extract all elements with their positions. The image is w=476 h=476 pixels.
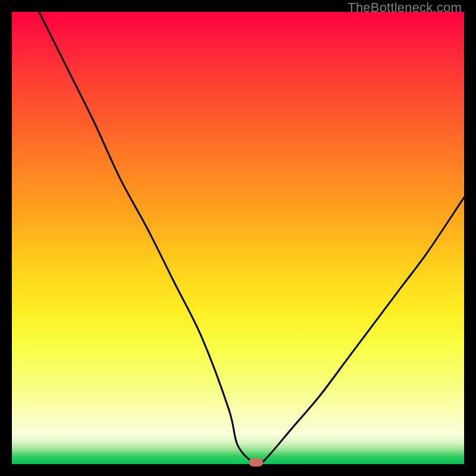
chart-frame: TheBottleneck.com — [0, 0, 476, 476]
curve-path — [39, 12, 464, 465]
plot-area — [12, 12, 464, 464]
minimum-marker — [249, 458, 263, 466]
bottleneck-curve — [12, 12, 464, 464]
watermark-text: TheBottleneck.com — [347, 0, 462, 15]
